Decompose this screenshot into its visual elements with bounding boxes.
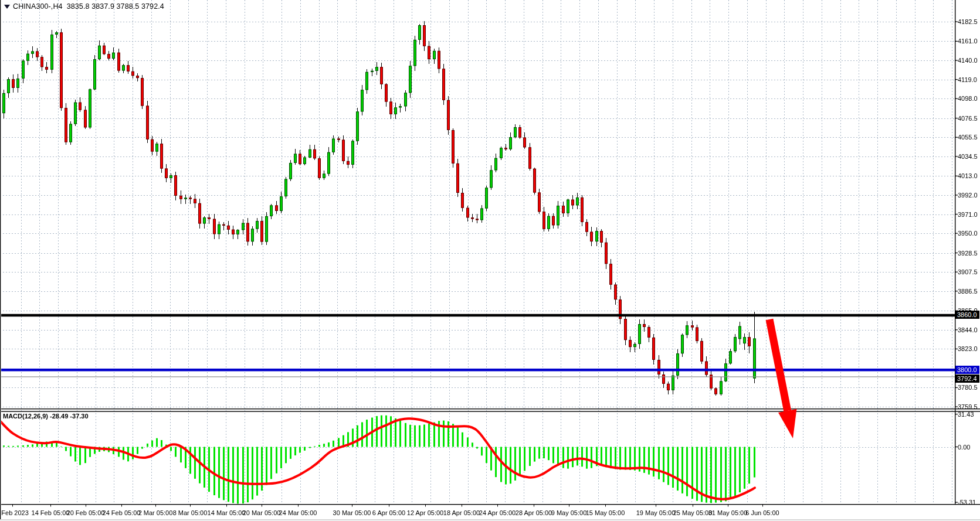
price-tick-label: 3823.0	[958, 345, 980, 352]
price-tick-label: 4119.0	[958, 76, 980, 83]
price-tick-label: 3907.5	[958, 268, 980, 275]
time-tick-label: 30 Mar 05:00	[333, 509, 371, 517]
support-price-badge: 3800.0	[955, 366, 979, 374]
chart-window: CHINA300-,H4 3835.8 3837.9 3788.5 3792.4…	[0, 0, 980, 521]
macd-signal-value: -37.30	[70, 413, 88, 420]
quote-close: 3792.4	[141, 2, 164, 11]
chart-canvas[interactable]	[0, 0, 980, 521]
time-tick-label: 14 Feb 05:00	[32, 509, 70, 517]
price-tick-label: 3780.5	[958, 384, 980, 391]
time-tick-label: 31 May 05:00	[708, 509, 748, 517]
price-tick-label: 3928.5	[958, 250, 980, 257]
price-tick-label: 3971.0	[958, 211, 980, 218]
price-tick-label: 4098.0	[958, 95, 980, 102]
price-tick-label: 4055.5	[958, 134, 980, 141]
chart-title: CHINA300-,H4 3835.8 3837.9 3788.5 3792.4	[13, 2, 164, 11]
time-tick-label: 24 Mar 05:00	[279, 509, 317, 517]
quote-low: 3788.5	[117, 2, 140, 11]
time-tick-label: 18 Apr 05:00	[443, 509, 480, 517]
time-tick-label: 14 Mar 05:00	[208, 509, 246, 517]
time-tick-label: 19 May 05:00	[636, 509, 676, 517]
price-tick-label: 4034.5	[958, 153, 980, 160]
time-tick-label: 24 Feb 05:00	[103, 509, 141, 517]
price-tick-label: 4140.0	[958, 57, 980, 64]
price-tick-label: 4182.5	[958, 18, 980, 25]
price-tick-label: 4013.0	[958, 172, 980, 179]
price-tick-label: 4161.0	[958, 38, 980, 45]
macd-indicator-label: MACD(12,26,9) -28.49 -37.30	[3, 413, 89, 420]
time-tick-label: 12 Apr 05:00	[407, 509, 443, 517]
time-tick-label: 28 Apr 05:00	[516, 509, 552, 517]
time-tick-label: 20 Feb 05:00	[67, 509, 105, 517]
time-tick-label: 8 Feb 2023	[0, 509, 29, 517]
quote-open: 3835.8	[67, 2, 90, 11]
price-tick-label: 3844.0	[958, 326, 980, 333]
time-tick-label: 9 May 05:00	[551, 509, 587, 517]
resistance-price-badge: 3860.0	[955, 311, 979, 319]
macd-tick-label: -53.31	[958, 499, 980, 506]
macd-main-value: -28.49	[50, 413, 68, 420]
quote-high: 3837.9	[91, 2, 114, 11]
time-tick-label: 6 Apr 05:00	[372, 509, 405, 517]
time-tick-label: 2 Mar 05:00	[138, 509, 173, 517]
time-tick-label: 6 Jun 05:00	[745, 509, 779, 517]
symbol-dropdown-icon[interactable]	[4, 5, 10, 9]
symbol-label: CHINA300-,H4	[13, 2, 63, 11]
price-tick-label: 3886.5	[958, 288, 980, 295]
price-tick-label: 3992.0	[958, 192, 980, 199]
macd-tick-label: 0.00	[958, 444, 980, 451]
time-tick-label: 25 May 05:00	[673, 509, 713, 517]
pane-separator[interactable]	[0, 408, 980, 413]
price-tick-label: 4076.5	[958, 115, 980, 122]
macd-name: MACD(12,26,9)	[3, 413, 48, 420]
price-tick-label: 3950.0	[958, 230, 980, 237]
current-price-badge: 3792.4	[955, 374, 979, 383]
time-tick-label: 20 Mar 05:00	[243, 509, 281, 517]
time-tick-label: 15 May 05:00	[586, 509, 625, 517]
time-tick-label: 24 Apr 05:00	[479, 509, 516, 517]
time-tick-label: 8 Mar 05:00	[173, 509, 208, 517]
